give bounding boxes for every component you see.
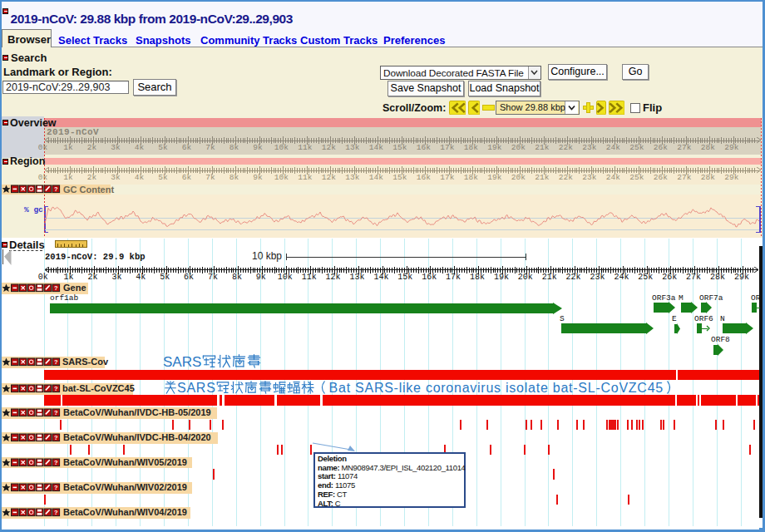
svg-text:?: ?	[54, 459, 58, 466]
svg-text:?: ?	[54, 284, 58, 292]
svg-text:?: ?	[54, 434, 58, 441]
svg-text:?: ?	[54, 484, 58, 491]
svg-text:?: ?	[54, 385, 58, 392]
svg-text:?: ?	[54, 409, 58, 416]
svg-text:?: ?	[54, 509, 58, 516]
svg-text:?: ?	[54, 185, 58, 193]
svg-text:?: ?	[54, 358, 58, 366]
